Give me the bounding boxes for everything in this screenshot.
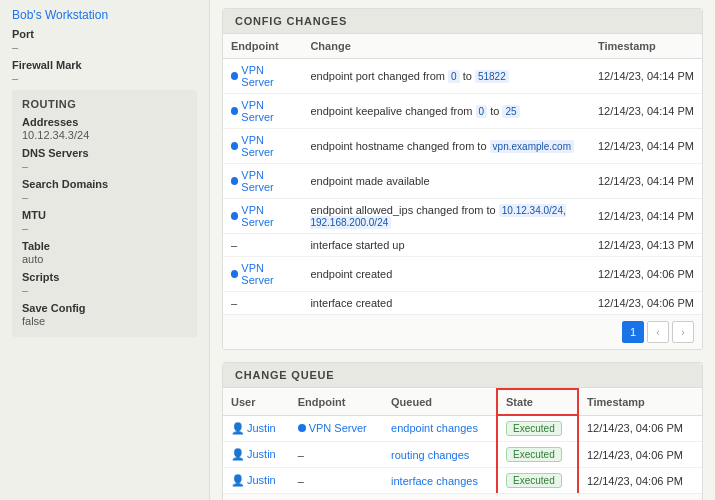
user-icon: 👤 bbox=[231, 474, 245, 486]
cc-endpoint-cell: VPN Server bbox=[223, 129, 302, 164]
to-val: 51822 bbox=[475, 70, 509, 83]
config-changes-header: CONFIG CHANGES bbox=[223, 9, 702, 34]
change-text: endpoint allowed_ips changed from bbox=[310, 204, 483, 216]
cq-endpoint-cell: – bbox=[290, 468, 383, 494]
firewall-mark-label: Firewall Mark bbox=[12, 59, 197, 71]
cq-col-state: State bbox=[497, 389, 578, 415]
change-text: interface created bbox=[310, 297, 392, 309]
cc-timestamp-cell: 12/14/23, 04:06 PM bbox=[590, 257, 702, 292]
cq-endpoint-cell: – bbox=[290, 442, 383, 468]
vpn-dot bbox=[231, 107, 238, 115]
table-row: VPN Serverendpoint keepalive changed fro… bbox=[223, 94, 702, 129]
table-row: 👤JustinVPN Serverendpoint changesExecute… bbox=[223, 415, 702, 442]
cc-change-cell: endpoint allowed_ips changed from to 10.… bbox=[302, 199, 590, 234]
addresses-label: Addresses bbox=[22, 116, 187, 128]
vpn-server-link[interactable]: VPN Server bbox=[241, 134, 294, 158]
to-label: to bbox=[490, 105, 499, 117]
cq-timestamp-cell: 12/14/23, 04:06 PM bbox=[578, 415, 702, 442]
table-row: –interface created12/14/23, 04:06 PM bbox=[223, 292, 702, 315]
cc-timestamp-cell: 12/14/23, 04:14 PM bbox=[590, 199, 702, 234]
vpn-dot bbox=[298, 424, 306, 432]
cc-timestamp-cell: 12/14/23, 04:14 PM bbox=[590, 129, 702, 164]
next-page-btn[interactable]: › bbox=[672, 321, 694, 343]
vpn-dot bbox=[231, 177, 238, 185]
cc-change-cell: interface started up bbox=[302, 234, 590, 257]
vpn-dot bbox=[231, 72, 238, 80]
cq-user-cell: 👤Justin bbox=[223, 468, 290, 494]
vpn-badge: VPN Server bbox=[231, 204, 294, 228]
vpn-server-link[interactable]: VPN Server bbox=[241, 262, 294, 286]
table-row: 👤Justin–interface changesExecuted12/14/2… bbox=[223, 468, 702, 494]
vpn-badge: VPN Server bbox=[231, 262, 294, 286]
vpn-badge: VPN Server bbox=[298, 422, 367, 434]
cc-change-cell: endpoint keepalive changed from 0 to 25 bbox=[302, 94, 590, 129]
vpn-server-link[interactable]: VPN Server bbox=[309, 422, 367, 434]
scripts-label: Scripts bbox=[22, 271, 187, 283]
vpn-server-link[interactable]: VPN Server bbox=[241, 64, 294, 88]
cc-timestamp-cell: 12/14/23, 04:13 PM bbox=[590, 234, 702, 257]
user-icon: 👤 bbox=[231, 448, 245, 460]
change-text: endpoint created bbox=[310, 268, 392, 280]
table-row: –interface started up12/14/23, 04:13 PM bbox=[223, 234, 702, 257]
change-queue-table: User Endpoint Queued State Timestamp 👤Ju… bbox=[223, 388, 702, 493]
col-endpoint: Endpoint bbox=[223, 34, 302, 59]
cc-change-cell: interface created bbox=[302, 292, 590, 315]
cc-change-cell: endpoint made available bbox=[302, 164, 590, 199]
user-link[interactable]: Justin bbox=[247, 474, 276, 486]
table-row: 👤Justin–routing changesExecuted12/14/23,… bbox=[223, 442, 702, 468]
to-label: to bbox=[463, 70, 472, 82]
cq-timestamp-cell: 12/14/23, 04:06 PM bbox=[578, 442, 702, 468]
table-row: VPN Serverendpoint hostname changed from… bbox=[223, 129, 702, 164]
user-link[interactable]: Justin bbox=[247, 448, 276, 460]
prev-page-btn[interactable]: ‹ bbox=[647, 321, 669, 343]
to-label: to bbox=[487, 204, 496, 216]
vpn-server-link[interactable]: VPN Server bbox=[241, 169, 294, 193]
from-val: 0 bbox=[476, 105, 488, 118]
change-text: endpoint made available bbox=[310, 175, 429, 187]
user-link[interactable]: Justin bbox=[247, 422, 276, 434]
change-text: interface started up bbox=[310, 239, 404, 251]
cc-change-cell: endpoint hostname changed from to vpn.ex… bbox=[302, 129, 590, 164]
queued-link[interactable]: routing changes bbox=[391, 449, 469, 461]
table-row: VPN Serverendpoint port changed from 0 t… bbox=[223, 59, 702, 94]
table-row: VPN Serverendpoint allowed_ips changed f… bbox=[223, 199, 702, 234]
cq-queued-cell: endpoint changes bbox=[383, 415, 497, 442]
state-badge: Executed bbox=[506, 421, 562, 436]
cc-endpoint-cell: VPN Server bbox=[223, 59, 302, 94]
port-value: – bbox=[12, 41, 197, 53]
queued-link[interactable]: endpoint changes bbox=[391, 422, 478, 434]
change-queue-section: CHANGE QUEUE User Endpoint Queued State … bbox=[222, 362, 703, 500]
vpn-server-link[interactable]: VPN Server bbox=[241, 204, 294, 228]
page-1-btn[interactable]: 1 bbox=[622, 321, 644, 343]
cq-timestamp-cell: 12/14/23, 04:06 PM bbox=[578, 468, 702, 494]
firewall-mark-value: – bbox=[12, 72, 197, 84]
breadcrumb-link[interactable]: Bob's Workstation bbox=[12, 8, 197, 22]
search-domains-label: Search Domains bbox=[22, 178, 187, 190]
vpn-badge: VPN Server bbox=[231, 134, 294, 158]
cq-state-cell: Executed bbox=[497, 442, 578, 468]
cq-endpoint-cell: VPN Server bbox=[290, 415, 383, 442]
cq-queued-cell: routing changes bbox=[383, 442, 497, 468]
to-label: to bbox=[477, 140, 486, 152]
change-queue-pagination: 1 ‹ › bbox=[223, 493, 702, 500]
sidebar: Bob's Workstation Port – Firewall Mark –… bbox=[0, 0, 210, 500]
from-val: 0 bbox=[448, 70, 460, 83]
change-text: endpoint port changed from bbox=[310, 70, 445, 82]
scripts-value: – bbox=[22, 284, 187, 296]
state-badge: Executed bbox=[506, 447, 562, 462]
to-val: vpn.example.com bbox=[490, 140, 574, 153]
routing-box: ROUTING Addresses 10.12.34.3/24 DNS Serv… bbox=[12, 90, 197, 337]
main-content: CONFIG CHANGES Endpoint Change Timestamp… bbox=[210, 0, 715, 500]
vpn-dot bbox=[231, 142, 238, 150]
cc-endpoint-cell: – bbox=[223, 234, 302, 257]
cc-endpoint-cell: – bbox=[223, 292, 302, 315]
vpn-server-link[interactable]: VPN Server bbox=[241, 99, 294, 123]
dns-servers-label: DNS Servers bbox=[22, 147, 187, 159]
col-timestamp: Timestamp bbox=[590, 34, 702, 59]
save-config-value: false bbox=[22, 315, 187, 327]
cq-col-timestamp: Timestamp bbox=[578, 389, 702, 415]
vpn-badge: VPN Server bbox=[231, 64, 294, 88]
queued-link[interactable]: interface changes bbox=[391, 475, 478, 487]
cq-user-cell: 👤Justin bbox=[223, 442, 290, 468]
change-queue-header: CHANGE QUEUE bbox=[223, 363, 702, 388]
